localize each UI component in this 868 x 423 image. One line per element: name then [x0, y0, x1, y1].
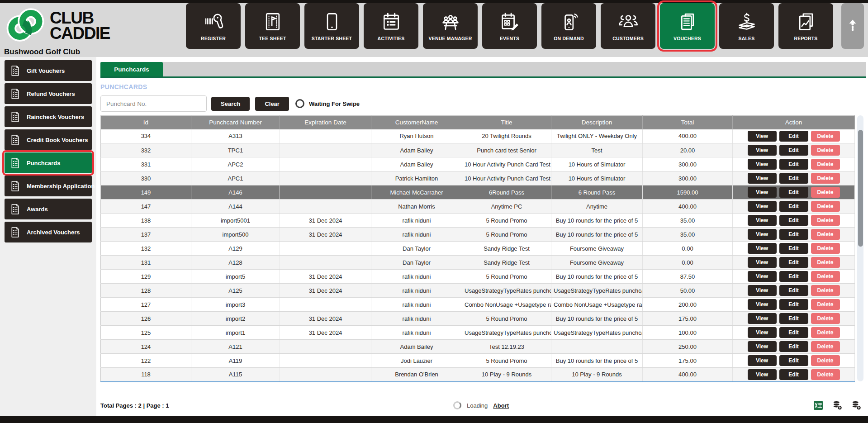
- edit-button[interactable]: Edit: [779, 187, 808, 198]
- table-row[interactable]: 332TPC1Adam BaileyPunch card test Senior…: [101, 143, 855, 157]
- view-button[interactable]: View: [748, 187, 777, 198]
- edit-button[interactable]: Edit: [779, 341, 808, 352]
- nav-tee-sheet[interactable]: TEE SHEET: [245, 3, 300, 49]
- view-button[interactable]: View: [748, 159, 777, 170]
- scrollbar-thumb[interactable]: [858, 130, 863, 247]
- delete-button[interactable]: Delete: [811, 201, 840, 212]
- tab-punchcards[interactable]: Punchcards: [100, 62, 163, 76]
- table-row[interactable]: 124A121Adam BaileyTest 12.19.23250.00Vie…: [101, 340, 855, 354]
- edit-button[interactable]: Edit: [779, 257, 808, 268]
- table-row[interactable]: 125import131 Dec 2024rafik niduniUsageSt…: [101, 326, 855, 340]
- sidebar-item-awards[interactable]: Awards: [5, 199, 92, 219]
- delete-button[interactable]: Delete: [811, 271, 840, 282]
- view-button[interactable]: View: [748, 355, 777, 366]
- sidebar-item-refund-vouchers[interactable]: Refund Vouchers: [5, 83, 92, 104]
- table-row[interactable]: 334A313Ryan Hutson20 Twilight RoundsTwil…: [101, 129, 855, 143]
- nav-vouchers[interactable]: VOUCHERS: [660, 3, 715, 49]
- view-button[interactable]: View: [748, 271, 777, 282]
- view-button[interactable]: View: [748, 257, 777, 268]
- delete-button[interactable]: Delete: [811, 145, 840, 156]
- database-export-icon[interactable]: [851, 400, 862, 411]
- clear-button[interactable]: Clear: [255, 97, 289, 111]
- edit-button[interactable]: Edit: [779, 131, 808, 142]
- edit-button[interactable]: Edit: [779, 229, 808, 240]
- table-row[interactable]: 147A144Nathan MorrisAnytime PCAnytime400…: [101, 200, 855, 214]
- sidebar-item-gift-vouchers[interactable]: Gift Vouchers: [5, 60, 92, 81]
- nav-activities[interactable]: ACTIVITIES: [364, 3, 418, 49]
- database-export-icon[interactable]: [832, 400, 843, 411]
- delete-button[interactable]: Delete: [811, 341, 840, 352]
- view-button[interactable]: View: [748, 313, 777, 324]
- view-button[interactable]: View: [748, 173, 777, 184]
- table-row[interactable]: 137import50031 Dec 2024rafik niduni5 Rou…: [101, 228, 855, 242]
- view-button[interactable]: View: [748, 369, 777, 380]
- delete-button[interactable]: Delete: [811, 313, 840, 324]
- scroll-top-button[interactable]: [841, 3, 864, 49]
- nav-customers[interactable]: CUSTOMERS: [601, 3, 655, 49]
- table-row[interactable]: 131A128Dan TaylorSandy Ridge TestFoursom…: [101, 256, 855, 270]
- view-button[interactable]: View: [748, 201, 777, 212]
- edit-button[interactable]: Edit: [779, 299, 808, 310]
- delete-button[interactable]: Delete: [811, 327, 840, 338]
- view-button[interactable]: View: [748, 327, 777, 338]
- delete-button[interactable]: Delete: [811, 257, 840, 268]
- table-row[interactable]: 126import231 Dec 2024rafik niduni5 Round…: [101, 312, 855, 326]
- vertical-scrollbar[interactable]: [857, 115, 863, 381]
- delete-button[interactable]: Delete: [811, 215, 840, 226]
- delete-button[interactable]: Delete: [811, 131, 840, 142]
- abort-link[interactable]: Abort: [493, 402, 509, 409]
- view-button[interactable]: View: [748, 229, 777, 240]
- table-row[interactable]: 127import3rafik niduniCombo NonUsage +Us…: [101, 298, 855, 312]
- edit-button[interactable]: Edit: [779, 313, 808, 324]
- waiting-for-swipe-radio[interactable]: [295, 99, 304, 108]
- nav-events[interactable]: EVENTS: [482, 3, 537, 49]
- sidebar-item-raincheck-vouchers[interactable]: Raincheck Vouchers: [5, 106, 92, 127]
- punchcard-search-input[interactable]: [100, 95, 207, 112]
- edit-button[interactable]: Edit: [779, 327, 808, 338]
- sidebar-item-credit-book-vouchers[interactable]: Credit Book Vouchers: [5, 129, 92, 150]
- delete-button[interactable]: Delete: [811, 159, 840, 170]
- edit-button[interactable]: Edit: [779, 173, 808, 184]
- edit-button[interactable]: Edit: [779, 243, 808, 254]
- edit-button[interactable]: Edit: [779, 271, 808, 282]
- edit-button[interactable]: Edit: [779, 215, 808, 226]
- delete-button[interactable]: Delete: [811, 187, 840, 198]
- view-button[interactable]: View: [748, 131, 777, 142]
- sidebar-item-punchcards[interactable]: Punchcards: [5, 152, 92, 173]
- nav-register[interactable]: REGISTER: [186, 3, 241, 49]
- table-row[interactable]: 132A129Dan TaylorSandy Ridge TestFoursom…: [101, 242, 855, 256]
- edit-button[interactable]: Edit: [779, 159, 808, 170]
- view-button[interactable]: View: [748, 215, 777, 226]
- excel-icon[interactable]: [813, 400, 824, 411]
- delete-button[interactable]: Delete: [811, 299, 840, 310]
- edit-button[interactable]: Edit: [779, 201, 808, 212]
- delete-button[interactable]: Delete: [811, 243, 840, 254]
- table-row[interactable]: 138import500131 Dec 2024rafik niduni5 Ro…: [101, 214, 855, 228]
- table-row[interactable]: 129import531 Dec 2024rafik niduni5 Round…: [101, 270, 855, 284]
- delete-button[interactable]: Delete: [811, 229, 840, 240]
- edit-button[interactable]: Edit: [779, 369, 808, 380]
- view-button[interactable]: View: [748, 299, 777, 310]
- view-button[interactable]: View: [748, 243, 777, 254]
- sidebar-item-membership-application[interactable]: Membership Application: [5, 176, 92, 196]
- delete-button[interactable]: Delete: [811, 369, 840, 380]
- table-row[interactable]: 118A115Brendan O'Brien10 Play - 9 Rounds…: [101, 368, 855, 382]
- nav-sales[interactable]: SALES: [719, 3, 774, 49]
- view-button[interactable]: View: [748, 145, 777, 156]
- table-row[interactable]: 331APC2Adam Bailey10 Hour Activity Punch…: [101, 157, 855, 171]
- edit-button[interactable]: Edit: [779, 145, 808, 156]
- table-row[interactable]: 149A146Michael McCarraher6Round Pass6 Ro…: [101, 185, 855, 200]
- nav-reports[interactable]: REPORTS: [778, 3, 833, 49]
- edit-button[interactable]: Edit: [779, 285, 808, 296]
- delete-button[interactable]: Delete: [811, 285, 840, 296]
- view-button[interactable]: View: [748, 285, 777, 296]
- delete-button[interactable]: Delete: [811, 355, 840, 366]
- table-row[interactable]: 122A119Jodi Lauzier5 Round PromoBuy 10 r…: [101, 354, 855, 368]
- view-button[interactable]: View: [748, 341, 777, 352]
- search-button[interactable]: Search: [211, 97, 250, 111]
- nav-venue-manager[interactable]: VENUE MANAGER: [423, 3, 478, 49]
- delete-button[interactable]: Delete: [811, 173, 840, 184]
- edit-button[interactable]: Edit: [779, 355, 808, 366]
- nav-starter-sheet[interactable]: STARTER SHEET: [304, 3, 359, 49]
- sidebar-item-archived-vouchers[interactable]: Archived Vouchers: [5, 222, 92, 242]
